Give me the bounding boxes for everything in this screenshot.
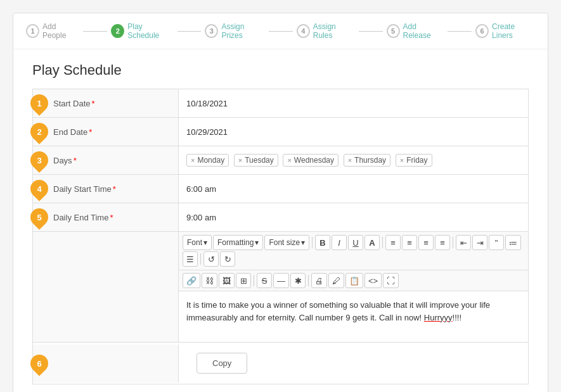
step-6[interactable]: 6 Create Liners <box>475 22 535 40</box>
step-badge-3: 3 <box>27 148 52 173</box>
toolbar-sep-1 <box>312 237 313 248</box>
start-time-label: Daily Start Time <box>53 184 112 194</box>
step-badge-2: 2 <box>27 119 52 144</box>
step-6-circle: 6 <box>475 24 489 38</box>
print-button[interactable]: 🖨 <box>311 273 327 288</box>
code-button[interactable]: <> <box>364 273 382 288</box>
align-center-button[interactable]: ≡ <box>402 235 417 250</box>
stepper: 1 Add People 2 Play Schedule 3 Assign Pr… <box>13 13 548 49</box>
copy-section: 6 Copy <box>32 342 529 384</box>
tag-monday[interactable]: ×Monday <box>186 154 229 167</box>
table-button[interactable]: ⊞ <box>236 273 251 288</box>
font-size-label: Font size <box>269 238 300 247</box>
fullscreen-button[interactable]: ⛶ <box>383 273 399 288</box>
step-1[interactable]: 1 Add People <box>26 22 79 40</box>
highlight-button[interactable]: 🖊 <box>328 273 344 288</box>
step-4[interactable]: 4 Assign Rules <box>297 22 355 40</box>
toolbar-sep-2 <box>382 237 383 248</box>
formatting-dropdown[interactable]: Formatting ▾ <box>213 235 263 250</box>
link-button[interactable]: 🔗 <box>183 273 200 288</box>
copy-button-area: Copy <box>179 343 265 384</box>
step-1-circle: 1 <box>26 24 39 38</box>
page-title: Play Schedule <box>32 62 529 79</box>
tag-monday-remove[interactable]: × <box>191 156 195 164</box>
font-dropdown[interactable]: Font ▾ <box>183 235 212 250</box>
tag-thursday-label: Thursday <box>354 156 386 165</box>
days-row: 3 Days * ×Monday ×Tuesday ×Wednesday ×Th… <box>32 146 529 175</box>
end-date-label: End Date <box>53 127 87 137</box>
start-date-label: Start Date <box>53 99 91 108</box>
editor-highlighted-text: Hurryyy <box>424 313 453 322</box>
step-3-circle: 3 <box>205 24 218 38</box>
ordered-list-button[interactable]: ≔ <box>505 235 521 250</box>
step-1-label: Add People <box>42 22 79 40</box>
step-5[interactable]: 5 Add Release <box>387 22 444 40</box>
editor-body[interactable]: It is time to make you a winner of somet… <box>179 291 528 342</box>
bold-button[interactable]: B <box>315 235 330 250</box>
toolbar-sep-4 <box>200 253 201 265</box>
editor-label-col <box>33 232 179 342</box>
indent-right-button[interactable]: ⇥ <box>472 235 487 250</box>
tag-tuesday-label: Tuesday <box>245 156 274 165</box>
align-right-button[interactable]: ≡ <box>418 235 434 250</box>
undo-button[interactable]: ↺ <box>203 251 219 267</box>
editor-main: Font ▾ Formatting ▾ Font size ▾ B I U A … <box>179 232 528 342</box>
strikethrough-button[interactable]: S <box>257 273 272 288</box>
redo-button[interactable]: ↻ <box>220 251 235 267</box>
end-time-label-col: 5 Daily End Time * <box>33 203 179 231</box>
font-size-dropdown[interactable]: Font size ▾ <box>264 235 309 250</box>
step-badge-5: 5 <box>27 205 52 230</box>
align-left-button[interactable]: ≡ <box>385 235 401 250</box>
unordered-list-button[interactable]: ☰ <box>183 251 198 267</box>
underline-button[interactable]: U <box>348 235 363 250</box>
end-date-label-col: 2 End Date * <box>33 118 179 146</box>
tag-wednesday-remove[interactable]: × <box>287 156 291 164</box>
tag-wednesday-label: Wednesday <box>294 156 334 165</box>
image-button[interactable]: 🖼 <box>219 273 235 288</box>
tag-friday-remove[interactable]: × <box>400 156 404 164</box>
start-time-required: * <box>113 184 116 194</box>
toolbar-sep-5 <box>254 275 254 286</box>
days-label: Days <box>53 156 72 165</box>
unlink-button[interactable]: ⛓ <box>202 273 217 288</box>
step-divider-3 <box>269 31 293 32</box>
step-divider-4 <box>359 31 383 32</box>
step-4-label: Assign Rules <box>313 22 355 40</box>
start-time-label-col: 4 Daily Start Time * <box>33 175 179 203</box>
copy-paste-button[interactable]: 📋 <box>345 273 363 288</box>
tag-tuesday[interactable]: ×Tuesday <box>234 154 278 167</box>
step-2-label: Play Schedule <box>127 22 173 40</box>
tag-friday[interactable]: ×Friday <box>396 154 432 167</box>
indent-left-button[interactable]: ⇤ <box>456 235 471 250</box>
copy-button[interactable]: Copy <box>197 353 247 374</box>
editor-toolbar-row2: 🔗 ⛓ 🖼 ⊞ S — ✱ 🖨 🖊 📋 <> ⛶ <box>179 270 528 291</box>
tag-thursday-remove[interactable]: × <box>348 156 352 164</box>
blockquote-button[interactable]: " <box>489 235 504 250</box>
italic-button[interactable]: I <box>332 235 347 250</box>
step-3-label: Assign Prizes <box>221 22 265 40</box>
editor-section: Font ▾ Formatting ▾ Font size ▾ B I U A … <box>32 231 529 343</box>
text-color-button[interactable]: A <box>364 235 380 250</box>
step-divider-2 <box>177 31 202 32</box>
align-justify-button[interactable]: ≡ <box>435 235 450 250</box>
toolbar-sep-3 <box>453 237 453 248</box>
end-time-row: 5 Daily End Time * 9:00 am <box>32 203 529 232</box>
hr-button[interactable]: — <box>273 273 289 288</box>
tag-wednesday[interactable]: ×Wednesday <box>283 154 339 167</box>
step-2-circle: 2 <box>111 24 124 38</box>
step-divider-5 <box>448 31 472 32</box>
end-date-value[interactable]: 10/29/2021 <box>179 122 528 142</box>
step-3[interactable]: 3 Assign Prizes <box>205 22 264 40</box>
start-date-value[interactable]: 10/18/2021 <box>179 94 528 113</box>
step-badge-6: 6 <box>27 351 52 376</box>
asterisk-button[interactable]: ✱ <box>290 273 306 288</box>
start-time-value[interactable]: 6:00 am <box>179 179 528 199</box>
tag-tuesday-remove[interactable]: × <box>238 156 242 164</box>
formatting-chevron-icon: ▾ <box>255 238 259 247</box>
end-time-required: * <box>110 213 113 222</box>
step-5-label: Add Release <box>403 22 444 40</box>
end-time-value[interactable]: 9:00 am <box>179 208 528 227</box>
step-2[interactable]: 2 Play Schedule <box>111 22 173 40</box>
font-chevron-icon: ▾ <box>203 238 207 247</box>
tag-thursday[interactable]: ×Thursday <box>344 154 390 167</box>
